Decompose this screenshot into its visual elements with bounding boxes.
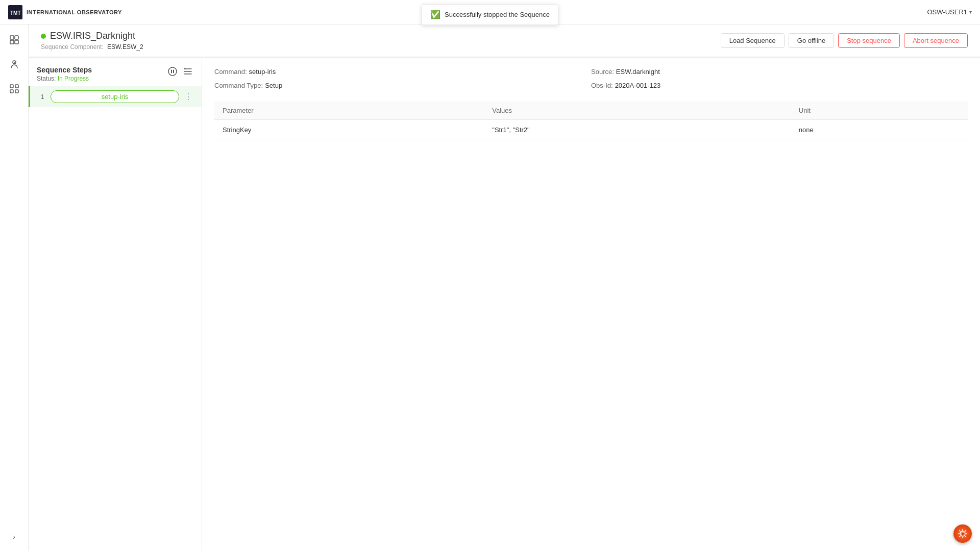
svg-rect-13 [171, 70, 172, 73]
brand: TMT INTERNATIONAL OBSERVATORY [8, 5, 122, 19]
svg-point-12 [168, 67, 177, 76]
command-row: Command: setup-iris [214, 68, 591, 76]
steps-header: Sequence Steps Status: In Progress [29, 66, 202, 86]
source-value: ESW.darknight [616, 68, 660, 76]
svg-rect-5 [15, 40, 18, 44]
chevron-right-icon: › [13, 533, 15, 541]
command-type-label: Command Type: [214, 82, 263, 89]
app-layout: › ESW.IRIS_Darknight Sequence Component:… [0, 24, 980, 551]
stop-sequence-button[interactable]: Stop sequence [838, 33, 900, 48]
svg-rect-3 [15, 36, 18, 39]
parameters-table: Parameter Values Unit StringKey"Str1", "… [214, 102, 968, 140]
ellipsis-icon: ⋮ [184, 92, 192, 101]
subtitle-value: ESW.ESW_2 [107, 43, 143, 51]
sidebar-item-scope[interactable] [4, 55, 24, 76]
steps-status: Status: In Progress [37, 75, 92, 82]
col-parameter: Parameter [214, 102, 484, 120]
sidebar-expand-button[interactable]: › [8, 531, 20, 543]
svg-text:TMT: TMT [10, 10, 21, 16]
step-item-1[interactable]: 1 setup-iris ⋮ [29, 86, 202, 107]
steps-status-value: In Progress [58, 75, 89, 82]
command-label: Command: [214, 68, 247, 76]
source-label: Source: [591, 68, 614, 76]
tmt-logo-icon: TMT [8, 5, 22, 19]
app-title: INTERNATIONAL OBSERVATORY [27, 9, 122, 15]
col-unit: Unit [791, 102, 968, 120]
steps-title: Sequence Steps [37, 66, 92, 74]
cell-parameter: StringKey [214, 120, 484, 140]
steps-panel: Sequence Steps Status: In Progress [29, 58, 202, 551]
svg-point-7 [14, 62, 15, 63]
sidebar-item-grid[interactable] [4, 31, 24, 51]
go-offline-button[interactable]: Go offline [789, 33, 834, 48]
table-header: Parameter Values Unit [214, 102, 968, 120]
load-sequence-button[interactable]: Load Sequence [721, 33, 785, 48]
svg-rect-10 [10, 90, 13, 93]
table-body: StringKey"Str1", "Str2"none [214, 120, 968, 140]
col-values: Values [484, 102, 791, 120]
sidebar-item-apps[interactable] [4, 80, 24, 100]
sequence-area: Sequence Steps Status: In Progress [29, 57, 980, 551]
step-number: 1 [38, 93, 46, 101]
table-header-row: Parameter Values Unit [214, 102, 968, 120]
svg-rect-2 [10, 36, 14, 39]
main-content: ESW.IRIS_Darknight Sequence Component: E… [29, 24, 980, 551]
settings-gear-button[interactable] [953, 524, 972, 543]
toast-notification: ✅ Successfully stopped the Sequence [422, 4, 558, 25]
svg-rect-9 [15, 85, 18, 88]
abort-sequence-button[interactable]: Abort sequence [904, 33, 968, 48]
detail-meta-grid: Command: setup-iris Command Type: Setup … [214, 68, 968, 89]
command-value: setup-iris [249, 68, 276, 76]
steps-controls [167, 66, 193, 79]
table-row: StringKey"Str1", "Str2"none [214, 120, 968, 140]
source-row: Source: ESW.darknight [591, 68, 968, 76]
subtitle-label: Sequence Component: [41, 43, 104, 51]
sidebar: › [0, 24, 29, 551]
page-title: ESW.IRIS_Darknight [41, 31, 143, 41]
svg-rect-11 [15, 90, 18, 93]
user-name: OSW-USER1 [927, 8, 968, 16]
user-menu[interactable]: OSW-USER1 ▾ [927, 8, 972, 16]
toast-message: Successfully stopped the Sequence [445, 11, 550, 18]
steps-title-group: Sequence Steps Status: In Progress [37, 66, 92, 82]
sequence-name: ESW.IRIS_Darknight [50, 31, 135, 41]
obs-id-value: 2020A-001-123 [615, 82, 661, 89]
page-header-actions: Load Sequence Go offline Stop sequence A… [721, 33, 968, 48]
cell-values: "Str1", "Str2" [484, 120, 791, 140]
command-type-value: Setup [265, 82, 282, 89]
grid-icon [9, 35, 19, 47]
sequence-list-button[interactable] [182, 66, 193, 79]
apps-icon [9, 84, 19, 96]
chevron-down-icon: ▾ [969, 9, 972, 15]
detail-meta-left: Command: setup-iris Command Type: Setup [214, 68, 591, 89]
svg-rect-14 [173, 70, 174, 73]
step-menu-button[interactable]: ⋮ [183, 91, 193, 103]
detail-panel: Command: setup-iris Command Type: Setup … [202, 58, 980, 551]
toast-check-icon: ✅ [430, 10, 440, 19]
obs-id-row: Obs-Id: 2020A-001-123 [591, 82, 968, 89]
pause-button[interactable] [167, 66, 178, 79]
person-scope-icon [9, 59, 19, 72]
step-label: setup-iris [51, 90, 179, 103]
navbar: TMT INTERNATIONAL OBSERVATORY ✅ Successf… [0, 0, 980, 24]
sequence-component-label: Sequence Component: ESW.ESW_2 [41, 43, 143, 51]
detail-meta-right: Source: ESW.darknight Obs-Id: 2020A-001-… [591, 68, 968, 89]
obs-id-label: Obs-Id: [591, 82, 613, 89]
page-header: ESW.IRIS_Darknight Sequence Component: E… [29, 24, 980, 57]
svg-point-21 [962, 533, 964, 535]
cell-unit: none [791, 120, 968, 140]
command-type-row: Command Type: Setup [214, 82, 591, 89]
steps-status-label: Status: [37, 75, 56, 82]
svg-rect-4 [10, 40, 14, 44]
page-header-left: ESW.IRIS_Darknight Sequence Component: E… [41, 31, 143, 51]
svg-rect-8 [10, 85, 13, 88]
status-online-indicator [41, 34, 46, 39]
